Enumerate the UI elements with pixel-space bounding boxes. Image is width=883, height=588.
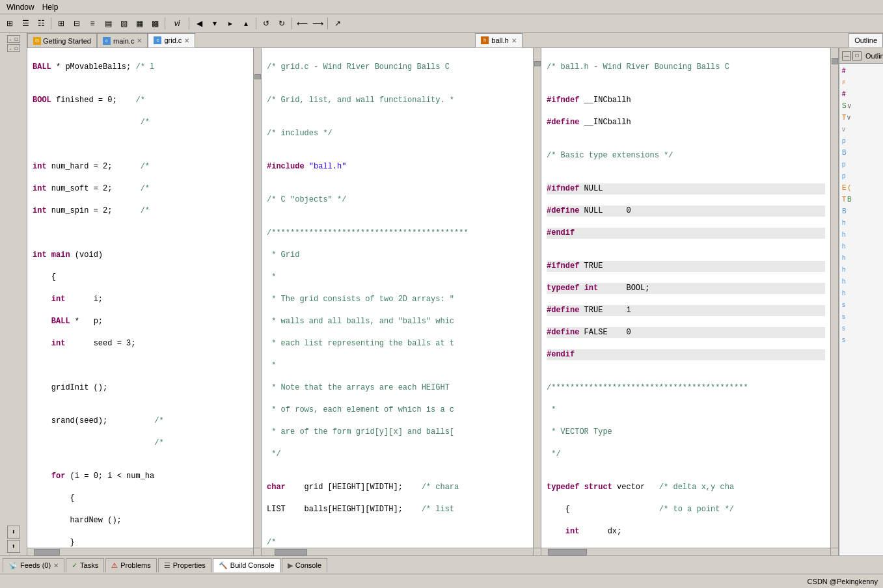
getting-started-label: Getting Started: [43, 37, 91, 45]
toolbar-btn-10[interactable]: ▩: [148, 16, 162, 31]
left-gutter-controls[interactable]: - □: [7, 35, 20, 43]
outline-title: Outline: [865, 52, 883, 60]
tab-console[interactable]: ▶ Console: [282, 558, 327, 572]
main-c-editor-with-scroll: BALL * pMovableBalls; /* l BOOL finished…: [27, 48, 261, 548]
toolbar-btn-16[interactable]: ↻: [275, 16, 289, 31]
main-c-icon: c: [103, 37, 111, 45]
tool-arrow-down[interactable]: ⬇: [7, 526, 20, 539]
toolbar-btn-export[interactable]: ↗: [331, 16, 345, 31]
ball-h-code-editor[interactable]: /* ball.h - Wind River Bouncing Balls C …: [541, 48, 830, 548]
left-gutter-controls2[interactable]: - □: [7, 44, 20, 52]
tab-tasks[interactable]: ✓ Tasks: [66, 558, 104, 572]
toolbar-btn-17[interactable]: ⟵: [295, 16, 309, 31]
tab-outline[interactable]: Outline: [849, 33, 883, 47]
grid-c-close[interactable]: ✕: [184, 37, 189, 44]
toolbar-btn-13[interactable]: ▸: [223, 16, 238, 31]
toolbar-btn-vi[interactable]: vi: [168, 16, 186, 31]
tool-arrow-up[interactable]: ⬆: [7, 540, 20, 553]
toolbar-btn-3[interactable]: ☷: [34, 16, 48, 31]
toolbar-btn-9[interactable]: ▦: [132, 16, 146, 31]
outline-item-6[interactable]: p: [841, 135, 882, 147]
problems-label: Problems: [120, 561, 150, 569]
toolbar-btn-4[interactable]: ⊞: [54, 16, 68, 31]
tab-grid-c[interactable]: c grid.c ✕: [148, 33, 195, 47]
outline-item-19[interactable]: h: [841, 287, 882, 299]
main-c-vscroll[interactable]: [253, 48, 261, 548]
toolbar-btn-14[interactable]: ▴: [239, 16, 253, 31]
outline-item-21[interactable]: s: [841, 311, 882, 323]
properties-icon: ☰: [164, 561, 170, 570]
left-gutter: - □ - □ ⬇ ⬆: [0, 33, 27, 555]
outline-maximize[interactable]: □: [852, 51, 862, 60]
tab-feeds[interactable]: 📡 Feeds (0) ✕: [3, 558, 64, 572]
ball-h-hscroll[interactable]: [541, 548, 830, 555]
outline-item-22[interactable]: s: [841, 323, 882, 334]
grid-c-hscroll[interactable]: [262, 548, 533, 555]
grid-c-vscroll[interactable]: [533, 48, 541, 548]
feeds-close[interactable]: ✕: [53, 562, 59, 569]
grid-c-editor-with-scroll: /* grid.c - Wind River Bouncing Balls C …: [262, 48, 541, 548]
main-c-label: main.c: [113, 37, 134, 45]
toolbar-btn-15[interactable]: ↺: [259, 16, 273, 31]
grid-c-scroll-corner: [533, 548, 541, 555]
grid-c-label: grid.c: [164, 36, 182, 44]
properties-label: Properties: [173, 561, 206, 569]
main-c-hscroll-thumb[interactable]: [34, 549, 60, 555]
menu-window[interactable]: Window: [3, 1, 38, 13]
toolbar-btn-5[interactable]: ⊟: [70, 16, 84, 31]
toolbar-btn-7[interactable]: ▤: [101, 16, 115, 31]
outline-item-17[interactable]: h: [841, 264, 882, 276]
tab-properties[interactable]: ☰ Properties: [158, 558, 211, 572]
tab-ball-h[interactable]: h ball.h ✕: [475, 33, 522, 47]
main-c-code-editor[interactable]: BALL * pMovableBalls; /* l BOOL finished…: [27, 48, 253, 548]
outline-item-14[interactable]: h: [841, 229, 882, 241]
grid-c-code-content: /* grid.c - Wind River Bouncing Balls C …: [262, 48, 533, 548]
ball-h-close[interactable]: ✕: [511, 37, 517, 44]
toolbar-sep-6: [327, 18, 328, 29]
toolbar-btn-6[interactable]: ≡: [85, 16, 100, 31]
outline-item-13[interactable]: h: [841, 217, 882, 229]
toolbar-btn-1[interactable]: ⊞: [3, 16, 17, 31]
toolbar-btn-11[interactable]: ◀: [192, 16, 206, 31]
ball-h-hscroll-thumb[interactable]: [548, 549, 587, 555]
outline-minimize[interactable]: —: [842, 51, 851, 60]
outline-item-18[interactable]: h: [841, 276, 882, 287]
tab-build-console[interactable]: 🔨 Build Console: [213, 558, 280, 572]
main-c-close[interactable]: ✕: [137, 37, 142, 44]
outline-item-2[interactable]: #: [841, 88, 882, 100]
tab-problems[interactable]: ⚠ Problems: [105, 558, 156, 572]
toolbar-btn-18[interactable]: ⟶: [310, 16, 325, 31]
outline-item-5[interactable]: v: [841, 124, 882, 135]
toolbar: ⊞ ☰ ☷ ⊞ ⊟ ≡ ▤ ▨ ▦ ▩ vi ◀ ▾ ▸ ▴ ↺ ↻ ⟵ ⟶ ↗: [0, 14, 883, 33]
main-c-vscroll-thumb[interactable]: [254, 74, 261, 79]
outline-item-11[interactable]: T B: [841, 194, 882, 206]
outline-item-16[interactable]: h: [841, 252, 882, 264]
outline-item-9[interactable]: p: [841, 170, 882, 182]
outline-item-3[interactable]: S v: [841, 100, 882, 112]
console-label: Console: [295, 561, 321, 569]
main-c-hscroll[interactable]: [27, 548, 253, 555]
outline-item-4[interactable]: T v: [841, 112, 882, 124]
grid-c-vscroll-thumb[interactable]: [534, 61, 541, 66]
ball-h-vscroll[interactable]: [830, 48, 838, 548]
tab-getting-started[interactable]: G Getting Started: [27, 33, 97, 47]
grid-c-hscroll-thumb[interactable]: [275, 549, 307, 555]
outline-item-8[interactable]: p: [841, 159, 882, 170]
outline-item-12[interactable]: B: [841, 206, 882, 217]
toolbar-btn-2[interactable]: ☰: [18, 16, 33, 31]
outline-item-0[interactable]: #: [841, 65, 882, 77]
outline-item-10[interactable]: E (: [841, 182, 882, 194]
menu-help[interactable]: Help: [38, 1, 62, 13]
tab-main-c[interactable]: c main.c ✕: [97, 33, 148, 47]
outline-item-20[interactable]: s: [841, 299, 882, 311]
toolbar-sep-3: [189, 18, 189, 29]
outline-item-23[interactable]: s: [841, 334, 882, 346]
outline-item-7[interactable]: B: [841, 147, 882, 159]
outline-item-1[interactable]: ♯: [841, 77, 882, 88]
outline-item-15[interactable]: h: [841, 241, 882, 252]
toolbar-btn-12[interactable]: ▾: [208, 16, 222, 31]
toolbar-sep-4: [256, 18, 256, 29]
toolbar-btn-8[interactable]: ▨: [116, 16, 131, 31]
ball-h-vscroll-thumb[interactable]: [832, 58, 838, 64]
grid-c-code-editor[interactable]: /* grid.c - Wind River Bouncing Balls C …: [262, 48, 533, 548]
